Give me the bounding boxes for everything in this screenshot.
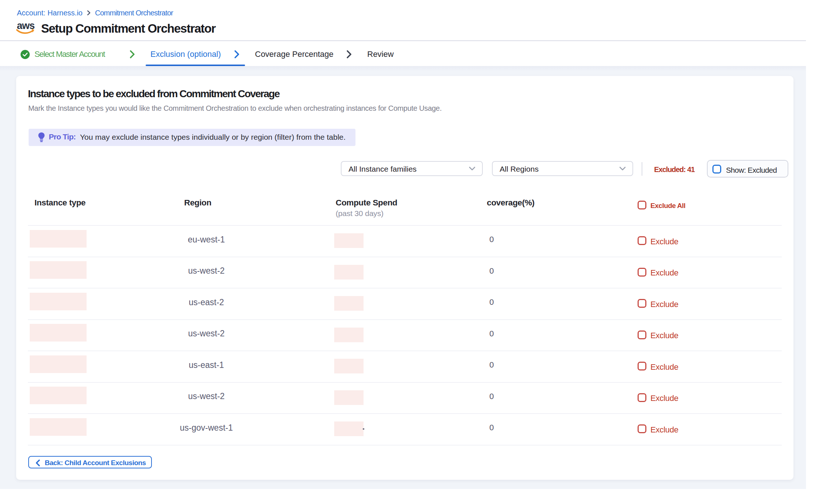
svg-text:aws: aws <box>17 20 34 31</box>
